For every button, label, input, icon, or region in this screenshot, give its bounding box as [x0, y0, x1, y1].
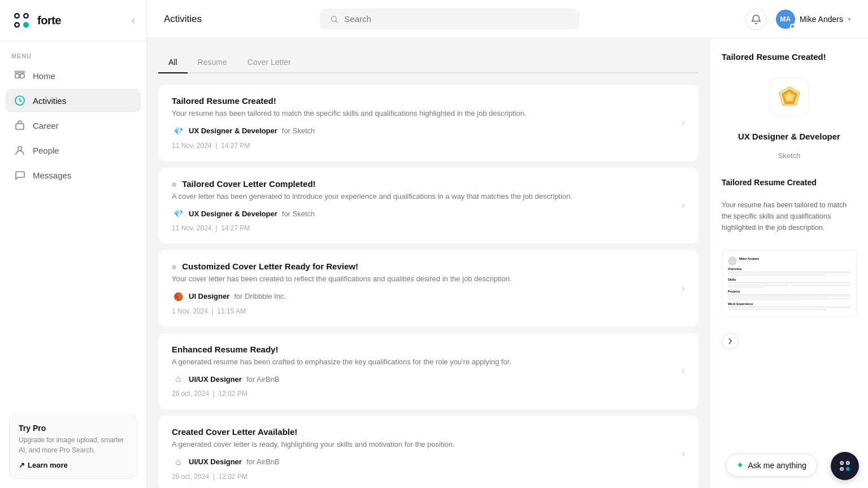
- activity-4-job-title: UI/UX Designer: [189, 375, 242, 384]
- activity-card-3[interactable]: Customized Cover Letter Ready for Review…: [158, 250, 698, 326]
- activity-3-chevron-icon: ›: [682, 282, 685, 294]
- activity-3-company: for Dribbble Inc.: [234, 292, 286, 300]
- sketch-icon: 💎: [172, 125, 184, 137]
- sparkle-icon: ✦: [736, 460, 744, 470]
- resume-preview-content: Mike Anders Overview Skills Project: [728, 256, 850, 310]
- right-panel: Tailored Resume Created! UX Designer & D…: [710, 38, 868, 488]
- activity-card-5[interactable]: Created Cover Letter Available! A genera…: [158, 416, 698, 488]
- sidebar-item-career[interactable]: Career: [6, 114, 141, 137]
- user-menu-chevron-icon: ▾: [848, 15, 851, 23]
- activity-4-chevron-icon: ›: [682, 365, 685, 377]
- username-label: Mike Anders: [800, 15, 843, 24]
- svg-point-25: [846, 467, 850, 471]
- r-l-2: [728, 274, 826, 275]
- ask-anything-bar[interactable]: ✦ Ask me anything: [726, 454, 818, 477]
- rp-section-title: Tailored Resume Created: [722, 178, 857, 187]
- resume-section-overview: Overview: [728, 267, 850, 272]
- activity-1-job: 💎 UX Designer & Developer for Sketch: [172, 125, 672, 137]
- sidebar-item-home[interactable]: Home: [6, 64, 141, 88]
- rp-desc: Your resume has been tailored to match t…: [722, 199, 857, 233]
- tab-cover-letter[interactable]: Cover Letter: [237, 52, 301, 73]
- resume-preview: Mike Anders Overview Skills Project: [722, 250, 857, 317]
- svg-rect-9: [15, 71, 19, 73]
- sidebar-item-career-label: Career: [33, 121, 59, 130]
- sidebar-toggle-button[interactable]: ‹: [132, 15, 135, 27]
- resume-section-work: Work Experience: [728, 302, 850, 307]
- activity-1-company: for Sketch: [282, 127, 315, 135]
- activity-3-desc: Your cover letter has been created to re…: [172, 273, 672, 285]
- career-icon: [14, 119, 26, 132]
- activity-card-4-content: Enhanced Resume Ready! A generated resum…: [172, 345, 672, 398]
- r-l-11: [728, 298, 850, 299]
- activities-panel: All Resume Cover Letter Tailored Resume …: [147, 38, 710, 488]
- forte-fab-icon: [838, 459, 852, 473]
- activity-4-job: ⌂ UI/UX Designer for AirBnB: [172, 373, 672, 385]
- svg-point-6: [16, 24, 19, 27]
- activity-2-chevron-icon: ›: [682, 199, 685, 211]
- activity-card-1[interactable]: Tailored Resume Created! Your resume has…: [158, 85, 698, 161]
- r-l-9: [728, 295, 850, 297]
- menu-label: MENU: [0, 41, 146, 64]
- r-l-4: [728, 284, 788, 285]
- r-l-7: [791, 284, 851, 285]
- search-bar[interactable]: [320, 8, 580, 29]
- activity-card-5-content: Created Cover Letter Available! A genera…: [172, 427, 672, 481]
- activity-3-title: Customized Cover Letter Ready for Review…: [172, 262, 672, 271]
- learn-more-link[interactable]: ↗ Learn more: [19, 461, 128, 469]
- home-icon: [14, 69, 26, 82]
- activity-4-desc: A generated resume has been crafted to e…: [172, 356, 672, 368]
- upgrade-desc: Upgrade for image upload, smarter AI, an…: [19, 435, 128, 455]
- svg-point-26: [841, 462, 843, 464]
- activity-5-title: Created Cover Letter Available!: [172, 427, 672, 437]
- svg-point-13: [18, 147, 22, 151]
- upgrade-card: Try Pro Upgrade for image upload, smarte…: [9, 414, 137, 479]
- activity-5-chevron-icon: ›: [682, 448, 685, 460]
- svg-rect-8: [20, 74, 24, 78]
- rp-job-title: UX Designer & Developer: [722, 132, 857, 141]
- svg-point-14: [332, 16, 337, 21]
- sidebar-item-activities-label: Activities: [33, 96, 66, 106]
- messages-icon: [14, 169, 26, 181]
- activity-2-desc: A cover letter has been generated to int…: [172, 191, 672, 202]
- forte-fab-button[interactable]: [831, 452, 859, 480]
- dribbble-icon: 🏀: [172, 290, 184, 303]
- learn-more-label: Learn more: [28, 461, 68, 469]
- activity-1-job-title: UX Designer & Developer: [189, 127, 277, 135]
- activity-4-company: for AirBnB: [246, 375, 280, 384]
- avatar-initials: MA: [780, 15, 791, 23]
- svg-point-3: [23, 22, 29, 28]
- notification-bell-button[interactable]: [745, 8, 767, 30]
- sidebar-item-messages[interactable]: Messages: [6, 163, 141, 187]
- sidebar-item-home-label: Home: [33, 71, 55, 81]
- sketch-icon-2: 💎: [172, 207, 184, 220]
- activity-5-desc: A generated cover letter is ready, highl…: [172, 439, 672, 450]
- svg-rect-10: [20, 71, 24, 73]
- user-area[interactable]: MA Mike Anders ▾: [776, 10, 851, 29]
- r-l-3: [728, 276, 850, 277]
- content-area: All Resume Cover Letter Tailored Resume …: [147, 38, 868, 488]
- page-title: Activities: [164, 14, 232, 25]
- activity-card-3-content: Customized Cover Letter Ready for Review…: [172, 262, 672, 315]
- sidebar-item-people[interactable]: People: [6, 138, 141, 162]
- activity-1-time: 11 Nov, 2024 | 14:27 PM: [172, 142, 672, 150]
- sidebar-item-people-label: People: [33, 146, 59, 155]
- svg-point-4: [16, 15, 19, 18]
- sidebar-nav: Home Activities Career: [0, 64, 146, 187]
- activity-1-chevron-icon: ›: [682, 117, 685, 129]
- activity-5-time: 26 oct, 2024 | 12:02 PM: [172, 473, 672, 481]
- resume-section-skills: Skills: [728, 278, 850, 283]
- expand-panel-button[interactable]: [722, 333, 739, 350]
- resume-line-2: [739, 263, 755, 264]
- r-l-13: [728, 308, 850, 309]
- tab-all[interactable]: All: [158, 52, 188, 73]
- activity-2-time: 11 Nov, 2024 | 14:27 PM: [172, 224, 672, 232]
- tab-resume[interactable]: Resume: [188, 52, 237, 73]
- activity-card-4[interactable]: Enhanced Resume Ready! A generated resum…: [158, 333, 698, 409]
- sidebar-item-activities[interactable]: Activities: [6, 89, 141, 112]
- rp-header-title: Tailored Resume Created!: [722, 52, 857, 62]
- activity-3-time: 1 Nov, 2024 | 11:15 AM: [172, 307, 672, 315]
- activity-card-2[interactable]: Tailored Cover Letter Completed! A cover…: [158, 168, 698, 244]
- search-input[interactable]: [344, 14, 570, 24]
- activity-2-job-title: UX Designer & Developer: [189, 210, 277, 218]
- bell-icon: [751, 14, 761, 24]
